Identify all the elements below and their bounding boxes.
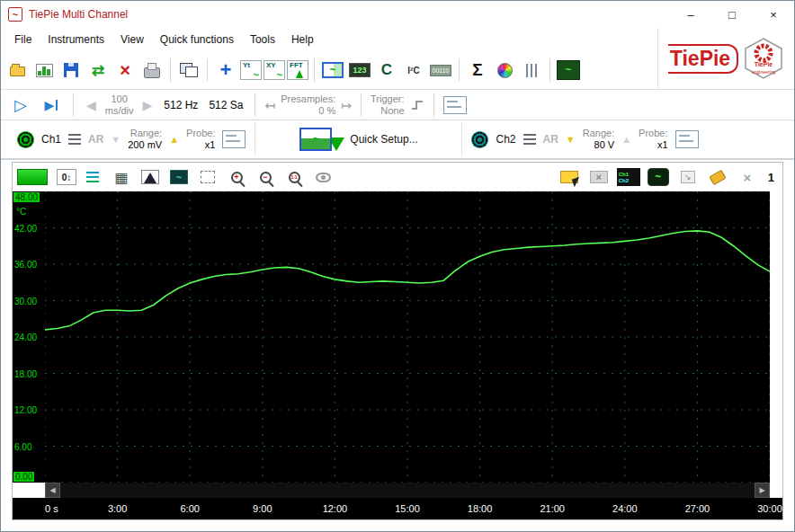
ch1-channel-icon[interactable] xyxy=(17,131,34,148)
menu-tools[interactable]: Tools xyxy=(242,30,283,49)
combine-windows-button[interactable] xyxy=(176,58,201,83)
y-axis[interactable]: 48.0042.0036.0030.0024.0018.0012.006.000… xyxy=(13,191,45,483)
save-image-button[interactable] xyxy=(31,58,57,83)
fft-graph-button[interactable]: FFT xyxy=(287,60,308,80)
axis-zero-button[interactable]: 0↕ xyxy=(57,169,76,185)
horizontal-scrollbar[interactable]: ◀ ▶ xyxy=(45,483,770,498)
ch1-overrange-icon[interactable]: ▲ xyxy=(169,135,179,145)
yt-graph-button[interactable]: Yt~ xyxy=(240,60,262,80)
close-graph-button[interactable]: × xyxy=(735,164,760,190)
meter-button[interactable]: 123 xyxy=(347,58,372,83)
quick-setup-group[interactable]: ~ Quick Setup... xyxy=(255,122,462,156)
ch2-autorange-label[interactable]: AR xyxy=(543,133,558,146)
close-button[interactable]: × xyxy=(753,1,794,28)
y-axis-tick: 48.00 xyxy=(13,192,40,202)
menu-instruments[interactable]: Instruments xyxy=(40,30,112,49)
window-title: TiePie Multi Channel xyxy=(29,8,128,21)
resize-button[interactable] xyxy=(675,164,701,190)
menu-quick-functions[interactable]: Quick functions xyxy=(152,30,242,49)
trigger-slope-icon[interactable] xyxy=(410,99,424,111)
delete-button[interactable]: × xyxy=(112,58,138,83)
scroll-left-button[interactable]: ◀ xyxy=(45,483,60,498)
save-button[interactable] xyxy=(58,58,84,83)
timebase-increase-button[interactable]: ▶ xyxy=(139,98,156,112)
display-settings-button[interactable] xyxy=(443,96,467,114)
ch1-range-dropdown-icon[interactable]: ▼ xyxy=(111,135,121,145)
maximize-button[interactable]: □ xyxy=(711,1,753,28)
print-button[interactable] xyxy=(139,58,165,83)
levels-button[interactable] xyxy=(519,58,544,83)
stream-graph-button[interactable]: ~ xyxy=(320,58,345,83)
minimize-button[interactable]: – xyxy=(670,1,711,28)
ch1-settings-button[interactable] xyxy=(222,130,246,148)
scrollbar-track[interactable] xyxy=(60,483,755,498)
ch2-channel-icon[interactable] xyxy=(471,131,488,148)
quick-setup-label[interactable]: Quick Setup... xyxy=(350,133,417,146)
menu-file[interactable]: File xyxy=(6,30,40,49)
grid-toggle-button[interactable]: ▦ xyxy=(109,164,134,190)
toolbar-separator xyxy=(314,58,315,82)
x-axis-tick: 9:00 xyxy=(253,503,272,514)
zoom-out-button[interactable]: − xyxy=(253,164,278,190)
title-bar: ~ TiePie Multi Channel – □ × xyxy=(1,1,794,28)
scope-app-button[interactable]: ~ xyxy=(556,58,581,83)
ch1-coupling-icon[interactable] xyxy=(68,134,81,146)
zoom-in-button[interactable]: + xyxy=(224,164,249,190)
plus-icon: + xyxy=(220,60,232,80)
y-axis-tick: 42.00 xyxy=(14,223,37,233)
refresh-button[interactable]: ⇄ xyxy=(85,58,111,83)
add-instrument-button[interactable]: + xyxy=(213,58,238,83)
ch2-range-label: Range: xyxy=(583,128,614,139)
remove-segment-button[interactable]: × xyxy=(586,164,612,190)
sum-button[interactable]: Σ xyxy=(465,58,490,83)
grid-icon: ▦ xyxy=(114,169,128,186)
open-button[interactable] xyxy=(4,58,30,83)
ch2-overrange-icon[interactable]: ▲ xyxy=(621,135,631,145)
scope-view-button[interactable]: ~ xyxy=(646,164,671,190)
segment-button[interactable] xyxy=(557,164,582,190)
y-axis-handle[interactable] xyxy=(17,169,48,185)
presamples-increase-icon[interactable]: ↦ xyxy=(341,98,352,112)
color-wheel-icon xyxy=(497,63,513,78)
channel-colors-button[interactable] xyxy=(80,164,105,190)
binary-io-button[interactable]: 00110 xyxy=(428,58,453,83)
dark-graph-button[interactable]: ~ xyxy=(166,164,192,190)
visibility-button[interactable] xyxy=(310,164,335,190)
x-axis-tick: 27:00 xyxy=(685,503,710,514)
scope-app-icon: ~ xyxy=(557,60,580,80)
ch2-settings-button[interactable] xyxy=(675,130,699,148)
start-button[interactable]: ▷ xyxy=(8,93,33,118)
timebase-decrease-button[interactable]: ◀ xyxy=(83,98,100,112)
trigger-label: Trigger: xyxy=(371,93,405,105)
selection-button[interactable] xyxy=(195,164,220,190)
menu-view[interactable]: View xyxy=(112,30,152,49)
time-axis[interactable]: 0 s3:006:009:0012:0015:0018:0021:0024:00… xyxy=(13,498,782,519)
legend-button[interactable]: Ch1Ch2 xyxy=(616,164,641,190)
xy-graph-button[interactable]: XY~ xyxy=(264,60,285,80)
legend-icon: Ch1Ch2 xyxy=(617,168,640,186)
y-axis-unit: °C xyxy=(16,207,26,217)
ch2-coupling-icon[interactable] xyxy=(523,134,536,146)
y-axis-tick: 6.00 xyxy=(14,441,31,451)
gauge-button[interactable]: C xyxy=(374,58,399,83)
i2c-button[interactable]: I²C xyxy=(401,58,426,83)
ch2-range-dropdown-icon[interactable]: ▼ xyxy=(566,135,576,145)
plot-area[interactable] xyxy=(45,191,770,483)
ch2-label: Ch2 xyxy=(496,133,515,146)
ch1-autorange-label[interactable]: AR xyxy=(88,133,103,146)
eye-icon xyxy=(316,173,331,182)
resize-icon xyxy=(681,171,695,183)
x-axis-tick: 3:00 xyxy=(108,503,127,514)
oneshot-button[interactable]: ▶ xyxy=(39,93,64,118)
scroll-right-button[interactable]: ▶ xyxy=(755,483,770,498)
sliders-icon xyxy=(526,64,528,77)
zoom-reset-button[interactable]: 1:1 xyxy=(281,164,307,190)
temperature-trace xyxy=(45,231,770,330)
zoom-in-icon: + xyxy=(231,172,243,183)
presamples-decrease-icon[interactable]: ↤ xyxy=(264,98,275,112)
menu-help[interactable]: Help xyxy=(283,30,322,49)
analyze-graph-button[interactable] xyxy=(138,164,163,190)
color-settings-button[interactable] xyxy=(492,58,517,83)
x-axis-tick: 21:00 xyxy=(540,503,565,514)
eraser-button[interactable] xyxy=(705,164,730,190)
